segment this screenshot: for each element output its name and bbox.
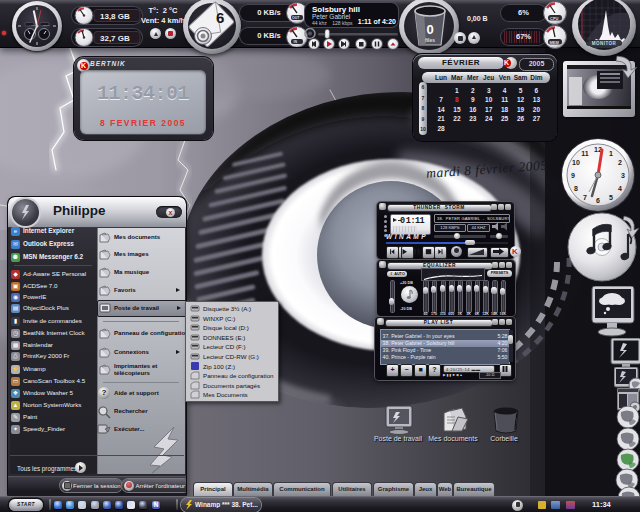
- svg-text:11: 11: [581, 150, 589, 157]
- svg-text:1: 1: [609, 150, 613, 157]
- svg-text:8: 8: [574, 185, 578, 192]
- svg-text:2: 2: [618, 159, 622, 166]
- svg-text:5: 5: [609, 194, 613, 201]
- svg-text:32,7 GB: 32,7 GB: [100, 34, 130, 43]
- svg-text:CPU: CPU: [550, 16, 559, 21]
- svg-text:10: 10: [572, 159, 580, 166]
- svg-text:3: 3: [621, 172, 625, 179]
- svg-text:IN: IN: [294, 40, 298, 44]
- svg-text:4: 4: [618, 185, 622, 192]
- svg-text:OUT: OUT: [292, 16, 300, 20]
- svg-text:13,8 GB: 13,8 GB: [100, 12, 130, 21]
- svg-text:RECU: RECU: [43, 24, 50, 27]
- svg-text:9: 9: [571, 172, 575, 179]
- svg-text:0: 0: [426, 22, 433, 37]
- svg-text:MEM: MEM: [550, 40, 560, 45]
- svg-text:6: 6: [216, 9, 224, 26]
- svg-text:files: files: [425, 37, 435, 43]
- svg-text:MONITOR: MONITOR: [592, 41, 617, 46]
- svg-text:6: 6: [596, 197, 600, 204]
- svg-text:7: 7: [583, 194, 587, 201]
